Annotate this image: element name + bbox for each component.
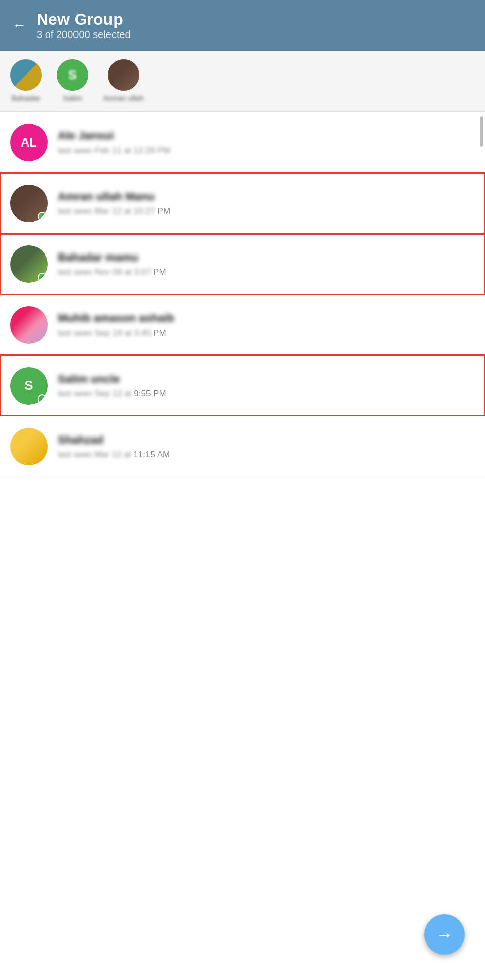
online-indicator xyxy=(38,394,47,404)
avatar xyxy=(10,185,48,222)
contact-name: Ale Jansui xyxy=(58,129,475,142)
selected-contact-label: Bahadar xyxy=(12,94,41,102)
online-indicator xyxy=(38,273,47,282)
avatar xyxy=(108,59,139,91)
contact-status: last seen Mar 12 at 10:27 PM xyxy=(58,206,475,216)
selected-contact-label: Salim xyxy=(63,94,82,102)
selected-contact-item[interactable]: S Salim xyxy=(57,59,88,102)
selected-contact-label: Amran ullah xyxy=(103,94,144,102)
contact-item[interactable]: Muhib amason ashaib last seen Sep 19 at … xyxy=(0,295,485,355)
contact-name: Bahadar mamu xyxy=(58,251,475,264)
contact-info: Shahzad last seen Mar 12 at 11:15 AM xyxy=(58,433,475,460)
contact-item-selected[interactable]: S Salim uncle last seen Sep 12 at 9:55 P… xyxy=(0,355,485,416)
selected-contact-item[interactable]: B Bahadar xyxy=(10,59,42,102)
contact-status: last seen Mar 12 at 11:15 AM xyxy=(58,450,475,460)
arrow-icon: → xyxy=(436,925,453,945)
avatar xyxy=(10,245,48,283)
contact-info: Bahadar mamu last seen Nov 09 at 3:07 PM xyxy=(58,251,475,277)
scrollbar-track xyxy=(480,112,483,172)
contact-status: last seen Nov 09 at 3:07 PM xyxy=(58,267,475,277)
contact-status: last seen Sep 12 at 9:55 PM xyxy=(58,389,475,399)
contact-name: Salim uncle xyxy=(58,373,475,386)
contact-status: last seen Sep 19 at 3:45 PM xyxy=(58,328,475,338)
contact-name: Shahzad xyxy=(58,433,475,447)
online-indicator xyxy=(38,212,47,221)
scrollbar-thumb xyxy=(480,116,483,147)
selection-count: 3 of 200000 selected xyxy=(36,29,131,41)
contact-info: Salim uncle last seen Sep 12 at 9:55 PM xyxy=(58,373,475,399)
contact-name: Amran ullah Manu xyxy=(58,190,475,203)
header-text: New Group 3 of 200000 selected xyxy=(36,10,131,41)
contact-item[interactable]: Shahzad last seen Mar 12 at 11:15 AM xyxy=(0,416,485,477)
contact-item-selected[interactable]: Bahadar mamu last seen Nov 09 at 3:07 PM xyxy=(0,234,485,295)
selected-contacts-strip: B Bahadar S Salim Amran ullah xyxy=(0,51,485,112)
avatar xyxy=(10,306,48,344)
contact-name: Muhib amason ashaib xyxy=(58,312,475,325)
contact-item[interactable]: AL Ale Jansui last seen Feb 11 at 12:29 … xyxy=(0,112,485,173)
avatar: B xyxy=(10,59,42,91)
avatar: S xyxy=(10,367,48,405)
contact-status: last seen Feb 11 at 12:29 PM xyxy=(58,146,475,156)
contact-info: Ale Jansui last seen Feb 11 at 12:29 PM xyxy=(58,129,475,156)
contact-info: Muhib amason ashaib last seen Sep 19 at … xyxy=(58,312,475,338)
contact-info: Amran ullah Manu last seen Mar 12 at 10:… xyxy=(58,190,475,216)
next-fab-button[interactable]: → xyxy=(424,914,465,955)
contacts-list: AL Ale Jansui last seen Feb 11 at 12:29 … xyxy=(0,112,485,477)
page-title: New Group xyxy=(36,10,131,29)
contact-item-selected[interactable]: Amran ullah Manu last seen Mar 12 at 10:… xyxy=(0,173,485,234)
avatar xyxy=(10,428,48,465)
back-button[interactable]: ← xyxy=(12,17,26,33)
avatar: AL xyxy=(10,124,48,161)
selected-contact-item[interactable]: Amran ullah xyxy=(103,59,144,102)
header: ← New Group 3 of 200000 selected xyxy=(0,0,485,51)
avatar: S xyxy=(57,59,88,91)
